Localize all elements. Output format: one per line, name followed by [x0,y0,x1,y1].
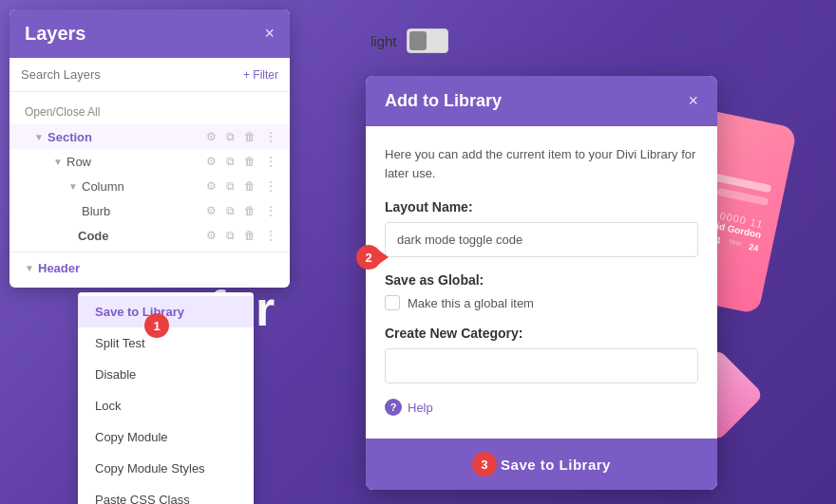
paste-css-class-label: Paste CSS Class [95,493,190,504]
row-copy-icon[interactable]: ⧉ [224,154,237,169]
column-more-icon[interactable]: ⋮ [263,178,278,194]
blurb-trash-icon[interactable]: 🗑 [242,203,257,218]
column-gear-icon[interactable]: ⚙ [204,178,218,194]
light-toggle-area: light [370,28,448,53]
column-arrow-icon: ▼ [68,181,82,192]
header-label: Header [38,261,278,275]
lock-label: Lock [95,399,121,413]
layers-body: Open/Close All ▼ Section ⚙ ⧉ 🗑 ⋮ ▼ Row ⚙… [10,92,290,288]
blurb-copy-icon[interactable]: ⧉ [224,203,237,218]
section-arrow-icon: ▼ [34,132,48,142]
layers-divider [10,252,290,252]
code-label: Code [78,229,204,243]
step2-number: 2 [356,245,381,270]
search-input[interactable] [21,67,236,82]
save-button-label: Save to Library [501,457,611,473]
layout-name-input[interactable] [385,222,698,257]
modal-close-button[interactable]: × [688,91,698,111]
layer-item-column[interactable]: ▼ Column ⚙ ⧉ 🗑 ⋮ [10,174,290,198]
modal-title: Add to Library [385,91,502,111]
layers-panel: Layers × + Filter Open/Close All ▼ Secti… [10,9,290,288]
add-to-library-modal: Add to Library × Here you can add the cu… [366,76,717,490]
section-gear-icon[interactable]: ⚙ [204,129,218,144]
modal-description: Here you can add the current item to you… [385,145,698,182]
layer-item-row[interactable]: ▼ Row ⚙ ⧉ 🗑 ⋮ [10,149,290,174]
modal-footer: 3 Save to Library [366,439,717,490]
step1-number: 1 [144,313,169,338]
layer-item-blurb[interactable]: Blurb ⚙ ⧉ 🗑 ⋮ [10,198,290,223]
code-copy-icon[interactable]: ⧉ [224,228,237,243]
help-link[interactable]: ? Help [385,399,698,416]
save-to-library-label: Save to Library [95,305,184,319]
blurb-icons: ⚙ ⧉ 🗑 ⋮ [204,203,278,218]
blurb-arrow-icon [68,206,82,216]
section-more-icon[interactable]: ⋮ [263,129,278,144]
open-close-all[interactable]: Open/Close All [10,100,290,124]
global-checkbox-row: Make this a global item [385,295,698,310]
help-label: Help [408,401,433,415]
blurb-label: Blurb [82,204,204,218]
copy-module-styles-label: Copy Module Styles [95,461,205,476]
layers-close-button[interactable]: × [264,24,275,44]
context-menu-item-paste-css-class[interactable]: Paste CSS Class [78,484,254,504]
column-trash-icon[interactable]: 🗑 [242,178,257,194]
header-arrow-icon: ▼ [25,263,38,273]
copy-module-label: Copy Module [95,430,168,444]
section-icons: ⚙ ⧉ 🗑 ⋮ [204,129,278,144]
code-icons: ⚙ ⧉ 🗑 ⋮ [204,228,278,243]
modal-body: Here you can add the current item to you… [366,126,717,439]
layers-search-bar: + Filter [10,58,290,92]
row-trash-icon[interactable]: 🗑 [242,154,257,169]
code-trash-icon[interactable]: 🗑 [242,228,257,243]
column-copy-icon[interactable]: ⧉ [224,178,237,194]
row-label: Row [66,155,204,169]
section-copy-icon[interactable]: ⧉ [224,129,237,144]
context-menu-item-lock[interactable]: Lock [78,390,254,421]
light-toggle[interactable] [407,28,448,53]
step3-number: 3 [472,452,497,476]
row-gear-icon[interactable]: ⚙ [204,154,218,169]
help-icon: ? [385,399,402,416]
context-menu-item-copy-module[interactable]: Copy Module [78,421,254,453]
section-trash-icon[interactable]: 🗑 [242,129,257,144]
global-checkbox[interactable] [385,295,400,310]
layout-name-label: Layout Name: [385,199,698,215]
column-label: Column [82,179,204,194]
blurb-gear-icon[interactable]: ⚙ [204,203,218,218]
step2-badge: 2 [356,245,389,270]
code-more-icon[interactable]: ⋮ [263,228,278,243]
layer-item-header[interactable]: ▼ Header [10,256,290,280]
row-icons: ⚙ ⧉ 🗑 ⋮ [204,154,278,169]
blurb-more-icon[interactable]: ⋮ [263,203,278,218]
row-more-icon[interactable]: ⋮ [263,154,278,169]
section-label: Section [48,130,204,144]
save-as-global-label: Save as Global: [385,272,698,288]
step1-badge: 1 [144,313,163,338]
context-menu-item-copy-module-styles[interactable]: Copy Module Styles [78,453,254,484]
column-icons: ⚙ ⧉ 🗑 ⋮ [204,178,278,194]
toggle-knob [409,31,427,50]
light-label: light [370,33,397,49]
disable-label: Disable [95,367,136,382]
layer-item-code[interactable]: Code ⚙ ⧉ 🗑 ⋮ [10,223,290,248]
layers-header: Layers × [10,9,290,58]
filter-button[interactable]: + Filter [243,68,278,82]
context-menu-item-disable[interactable]: Disable [78,359,254,390]
split-test-label: Split Test [95,336,145,350]
save-to-library-button[interactable]: 3 Save to Library [366,439,717,490]
create-category-label: Create New Category: [385,326,698,341]
modal-header: Add to Library × [366,76,717,126]
layers-title: Layers [25,23,86,45]
row-arrow-icon: ▼ [53,157,66,167]
code-gear-icon[interactable]: ⚙ [204,228,218,243]
category-input[interactable] [385,348,698,383]
global-checkbox-label: Make this a global item [408,296,534,310]
layer-item-section[interactable]: ▼ Section ⚙ ⧉ 🗑 ⋮ [10,124,290,149]
